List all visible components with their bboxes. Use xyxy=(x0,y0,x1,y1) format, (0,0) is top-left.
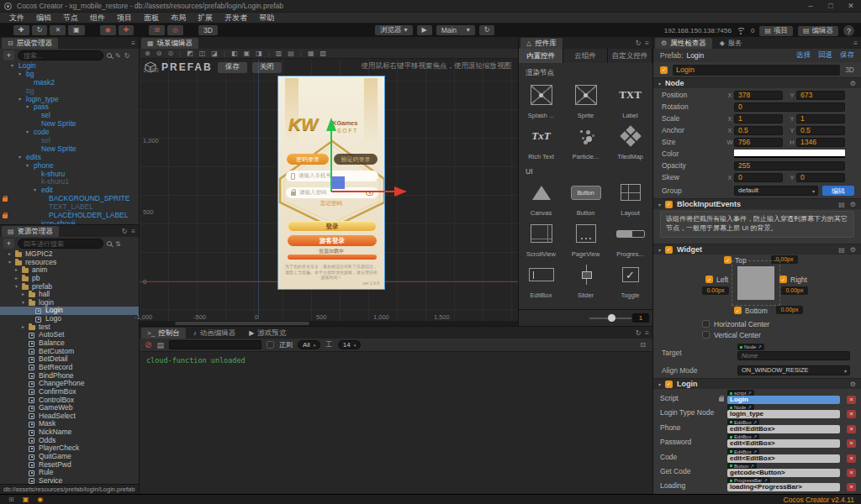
add-asset-button[interactable]: + xyxy=(3,239,14,249)
tab-game-preview[interactable]: ▶游戏预览 xyxy=(243,328,292,339)
add-node-button[interactable]: + xyxy=(3,50,14,60)
asset-item[interactable]: ▸anim xyxy=(0,266,139,275)
expand-arrow[interactable]: ▾ xyxy=(18,154,21,162)
align-bottom-icon[interactable]: ◪ xyxy=(211,50,218,57)
doc-icon[interactable]: ▤ xyxy=(838,201,845,208)
local-toggle-button[interactable]: ✚ xyxy=(119,25,135,35)
reference-field[interactable]: loading<ProgressBar> xyxy=(727,483,840,491)
preview-target-dropdown[interactable]: 浏览器▾ xyxy=(375,25,413,35)
reference-field[interactable]: edit<EditBox> xyxy=(727,454,840,463)
node-section-header[interactable]: ▾Node ⚙ xyxy=(653,77,861,88)
maximize-button[interactable]: □ xyxy=(821,0,841,12)
expand-arrow[interactable]: ▾ xyxy=(18,71,21,79)
3d-mode-button[interactable]: 3D xyxy=(198,25,218,35)
tab-service[interactable]: ◈服务 xyxy=(714,38,748,49)
rect-tool-button[interactable]: ▣ xyxy=(68,25,85,35)
left-offset-input[interactable]: 0.00px xyxy=(702,286,729,295)
opacity-input[interactable]: 255 xyxy=(734,161,845,171)
color-swatch[interactable] xyxy=(734,150,845,158)
widget-item-editbox[interactable]: EditBox xyxy=(519,260,563,301)
doc-icon[interactable]: ▤ xyxy=(838,246,845,254)
component-enabled-checkbox[interactable]: ✓ xyxy=(665,381,673,388)
expand-arrow[interactable]: ▸ xyxy=(8,250,11,259)
edit-icon[interactable]: ✎ xyxy=(115,52,121,60)
asset-item[interactable]: ▸pb xyxy=(0,275,139,283)
expand-arrow[interactable]: ▸ xyxy=(15,266,18,275)
pivot-toggle-button[interactable]: ◉ xyxy=(100,25,116,35)
prefab-select-button[interactable]: 选择 xyxy=(796,50,811,60)
tab-cloud-widgets[interactable]: 云组件 xyxy=(563,49,608,63)
node-active-checkbox[interactable]: ✓ xyxy=(660,66,668,74)
expand-arrow[interactable]: ▾ xyxy=(18,96,21,104)
asset-item[interactable]: ▸hall xyxy=(0,291,139,299)
asset-item[interactable]: ▾login xyxy=(0,299,139,307)
expand-arrow[interactable]: ▾ xyxy=(15,283,18,291)
horizontal-center-checkbox[interactable]: ✓ xyxy=(702,320,710,328)
hierarchy-node[interactable]: k-shuru1 xyxy=(0,178,139,186)
zoom-in-icon[interactable]: ⊕ xyxy=(145,50,151,57)
asset-item[interactable]: Logo xyxy=(0,315,139,323)
hierarchy-node[interactable]: ▾phone xyxy=(0,162,139,171)
blockinputevents-section-header[interactable]: ▾✓ BlockInputEvents ▤⚙ xyxy=(653,198,861,209)
vertical-center-checkbox[interactable]: ✓ xyxy=(702,331,710,339)
password-input[interactable]: 请输入密码 xyxy=(286,187,378,198)
zoom-out-icon[interactable]: ⊖ xyxy=(156,50,162,57)
align-hcenter-icon[interactable]: ▣ xyxy=(244,50,251,57)
prefab-revert-button[interactable]: 回退 xyxy=(818,50,832,60)
align-right-checkbox[interactable]: ✓ xyxy=(779,276,787,283)
widget-item-canvas[interactable]: Canvas xyxy=(519,177,563,218)
menu-编辑[interactable]: 编辑 xyxy=(30,13,57,22)
right-offset-input[interactable]: 0.00px xyxy=(781,286,808,295)
login-button[interactable]: 登录 xyxy=(288,221,377,232)
font-size-dropdown[interactable]: 14▾ xyxy=(338,340,361,349)
regex-checkbox[interactable]: ✓ xyxy=(267,341,274,349)
hierarchy-node[interactable]: icon-shouji xyxy=(0,220,139,224)
align-left-icon[interactable]: ◧ xyxy=(231,50,238,57)
export-log-icon[interactable]: ⊡ xyxy=(640,341,646,349)
expand-arrow[interactable]: ▾ xyxy=(26,103,29,112)
refresh-icon[interactable]: ↻ xyxy=(636,329,642,337)
hierarchy-node[interactable]: ▾code xyxy=(0,129,139,137)
hierarchy-node[interactable]: bg xyxy=(0,87,139,96)
align-top-checkbox[interactable]: ✓ xyxy=(724,256,732,264)
asset-item[interactable]: BetCustom xyxy=(0,348,139,356)
zoom-slider-knob[interactable] xyxy=(608,314,615,322)
menu-节点[interactable]: 节点 xyxy=(57,13,84,22)
tab-animation-editor[interactable]: ♪动画编辑器 xyxy=(188,328,242,339)
widget-section-header[interactable]: ▾✓ Widget ▤⚙ xyxy=(653,244,861,255)
reference-field[interactable]: edit<EditBox> xyxy=(727,439,840,448)
size-h-input[interactable]: 1346 xyxy=(796,138,845,147)
skew-y-input[interactable]: 0 xyxy=(796,173,845,182)
rotate-tool-button[interactable]: ↻ xyxy=(32,25,48,35)
log-level-dropdown[interactable]: All▾ xyxy=(298,340,320,349)
hierarchy-node[interactable]: New Sprite xyxy=(0,120,139,129)
widget-item-tiledmap[interactable]: TiledMap xyxy=(608,121,652,162)
widget-item-label[interactable]: TXTLabel xyxy=(608,80,652,121)
sort-icon[interactable]: ⇅ xyxy=(115,240,121,248)
tab-custom-widgets[interactable]: 自定义控件 xyxy=(608,49,652,63)
remove-reference-button[interactable]: ✕ xyxy=(847,483,856,491)
open-editor-button[interactable]: ▤编辑器 xyxy=(798,26,838,36)
align-mode-dropdown[interactable]: ON_WINDOW_RESIZE xyxy=(737,365,850,375)
hierarchy-node[interactable]: k-shuru xyxy=(0,171,139,179)
panel-menu-icon[interactable]: ≡ xyxy=(645,39,649,47)
group-dropdown[interactable]: default xyxy=(734,186,818,196)
scale-x-input[interactable]: 1 xyxy=(734,114,783,123)
align-vcenter-icon[interactable]: ◫ xyxy=(199,50,206,57)
tab-assets[interactable]: ▤资源管理器 xyxy=(2,226,59,237)
package-status-icon[interactable]: ▣ xyxy=(23,496,29,503)
widget-item-layout[interactable]: Layout xyxy=(608,177,652,218)
position-y-input[interactable]: 673 xyxy=(796,91,845,100)
phone-input[interactable]: 请输入手机号 xyxy=(286,171,378,181)
prefab-preview[interactable]: KW KGames SOFT 密码登录 验证码登录 请输入手机号 请输入密码 忘… xyxy=(277,76,385,290)
collapse-log-icon[interactable]: ▤ xyxy=(156,341,164,349)
widget-item-particle[interactable]: Particle... xyxy=(563,121,608,162)
expand-arrow[interactable]: ▸ xyxy=(15,275,18,283)
widget-item-sprite[interactable]: Sprite xyxy=(563,80,608,121)
asset-item[interactable]: ▸test xyxy=(0,323,139,332)
asset-item[interactable]: ▸MGPIC2 xyxy=(0,250,139,259)
expand-arrow[interactable]: ▸ xyxy=(22,291,24,299)
size-w-input[interactable]: 756 xyxy=(734,138,783,147)
widget-target-input[interactable]: None xyxy=(737,351,850,360)
menu-文件[interactable]: 文件 xyxy=(3,13,30,22)
